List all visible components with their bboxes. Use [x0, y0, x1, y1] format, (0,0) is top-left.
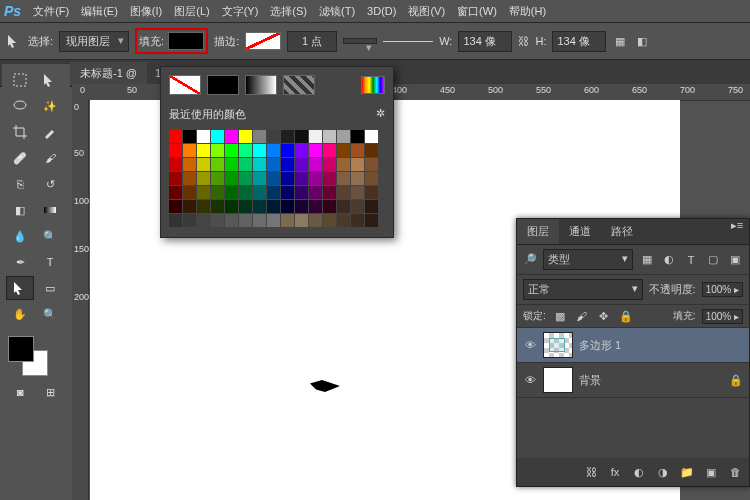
color-swatch[interactable] — [267, 144, 280, 157]
tab-layers[interactable]: 图层 — [517, 219, 559, 244]
color-swatch[interactable] — [253, 172, 266, 185]
new-layer-icon[interactable]: ▣ — [703, 464, 719, 480]
menu-window[interactable]: 窗口(W) — [457, 4, 497, 19]
width-field[interactable]: 134 像 — [458, 31, 512, 52]
color-swatch[interactable] — [211, 186, 224, 199]
color-swatch[interactable] — [295, 186, 308, 199]
tool-heal[interactable]: 🩹 — [6, 146, 34, 170]
color-swatch[interactable] — [225, 172, 238, 185]
color-swatch[interactable] — [253, 130, 266, 143]
tool-move[interactable] — [36, 68, 64, 92]
color-swatch[interactable] — [169, 158, 182, 171]
color-swatch[interactable] — [183, 130, 196, 143]
color-swatch[interactable] — [169, 214, 182, 227]
color-swatch[interactable] — [365, 200, 378, 213]
color-swatch[interactable] — [309, 214, 322, 227]
color-swatch[interactable] — [267, 214, 280, 227]
filter-pixel-icon[interactable]: ▦ — [639, 252, 655, 268]
fg-color-swatch[interactable] — [8, 336, 34, 362]
fill-solid[interactable] — [207, 75, 239, 95]
fill-gradient[interactable] — [245, 75, 277, 95]
color-swatch[interactable] — [169, 144, 182, 157]
color-swatch[interactable] — [295, 144, 308, 157]
menu-3d[interactable]: 3D(D) — [367, 5, 396, 17]
filter-shape-icon[interactable]: ▢ — [705, 252, 721, 268]
color-swatch[interactable] — [197, 144, 210, 157]
color-swatch[interactable] — [351, 214, 364, 227]
tool-shape[interactable]: ▭ — [36, 276, 64, 300]
color-swatch[interactable] — [295, 214, 308, 227]
color-swatch[interactable] — [267, 158, 280, 171]
visibility-icon[interactable]: 👁 — [523, 374, 537, 386]
color-swatch[interactable] — [211, 214, 224, 227]
tool-lasso[interactable] — [6, 94, 34, 118]
color-swatch[interactable] — [351, 158, 364, 171]
color-swatch[interactable] — [309, 130, 322, 143]
color-swatch[interactable] — [351, 130, 364, 143]
color-swatch[interactable] — [197, 214, 210, 227]
color-swatch[interactable] — [183, 172, 196, 185]
layer-thumb[interactable] — [543, 332, 573, 358]
color-swatch[interactable] — [281, 172, 294, 185]
color-swatch[interactable] — [225, 144, 238, 157]
tool-path-select[interactable] — [6, 276, 34, 300]
color-swatch[interactable] — [239, 172, 252, 185]
menu-file[interactable]: 文件(F) — [33, 4, 69, 19]
tab-channels[interactable]: 通道 — [559, 219, 601, 244]
color-swatch[interactable] — [211, 158, 224, 171]
color-swatch[interactable] — [323, 186, 336, 199]
color-swatch[interactable] — [169, 130, 182, 143]
panel-menu-icon[interactable]: ✲ — [376, 107, 385, 122]
menu-type[interactable]: 文字(Y) — [222, 4, 259, 19]
tab-paths[interactable]: 路径 — [601, 219, 643, 244]
color-swatch[interactable] — [267, 130, 280, 143]
panel-menu-button[interactable]: ▸≡ — [727, 219, 747, 232]
fx-icon[interactable]: fx — [607, 464, 623, 480]
height-field[interactable]: 134 像 — [552, 31, 606, 52]
color-swatch[interactable] — [239, 214, 252, 227]
delete-layer-icon[interactable]: 🗑 — [727, 464, 743, 480]
tool-pen[interactable]: ✒ — [6, 250, 34, 274]
color-swatch[interactable] — [183, 200, 196, 213]
color-swatch[interactable] — [295, 172, 308, 185]
tool-brush[interactable]: 🖌 — [36, 146, 64, 170]
color-swatch[interactable] — [309, 158, 322, 171]
tool-gradient[interactable] — [36, 198, 64, 222]
color-swatch[interactable] — [351, 172, 364, 185]
color-swatch[interactable] — [267, 172, 280, 185]
color-swatch[interactable] — [183, 158, 196, 171]
color-swatch[interactable] — [267, 186, 280, 199]
color-swatch[interactable] — [365, 158, 378, 171]
color-swatch[interactable] — [365, 172, 378, 185]
layer-row-polygon[interactable]: 👁 多边形 1 — [517, 328, 749, 363]
color-swatch[interactable] — [337, 130, 350, 143]
filter-kind-dropdown[interactable]: 类型▾ — [543, 249, 633, 270]
tool-stamp[interactable]: ⎘ — [6, 172, 34, 196]
menu-edit[interactable]: 编辑(E) — [81, 4, 118, 19]
tool-eraser[interactable]: ◧ — [6, 198, 34, 222]
menu-select[interactable]: 选择(S) — [270, 4, 307, 19]
color-swatch[interactable] — [225, 130, 238, 143]
menu-layer[interactable]: 图层(L) — [174, 4, 209, 19]
screen-mode-icon[interactable]: ⊞ — [36, 380, 64, 404]
polygon-shape[interactable] — [310, 380, 340, 392]
color-swatch[interactable] — [281, 144, 294, 157]
color-swatch[interactable] — [183, 214, 196, 227]
color-swatch[interactable] — [351, 144, 364, 157]
fill-swatch[interactable] — [168, 32, 204, 50]
fill-opacity-field[interactable]: 100% ▸ — [702, 309, 743, 324]
path-ops-icon[interactable]: ◧ — [634, 33, 650, 49]
color-swatch[interactable] — [351, 200, 364, 213]
menu-image[interactable]: 图像(I) — [130, 4, 162, 19]
color-swatch[interactable] — [337, 158, 350, 171]
color-swatch[interactable] — [211, 144, 224, 157]
document-tab[interactable]: 未标题-1 @ — [70, 62, 147, 85]
color-swatch[interactable] — [281, 186, 294, 199]
lock-position-icon[interactable]: ✥ — [596, 308, 612, 324]
color-swatch[interactable] — [169, 172, 182, 185]
color-swatch[interactable] — [323, 172, 336, 185]
opacity-field[interactable]: 100% ▸ — [702, 282, 743, 297]
color-swatch[interactable] — [337, 144, 350, 157]
tool-zoom[interactable]: 🔍 — [36, 302, 64, 326]
fill-pattern[interactable] — [283, 75, 315, 95]
